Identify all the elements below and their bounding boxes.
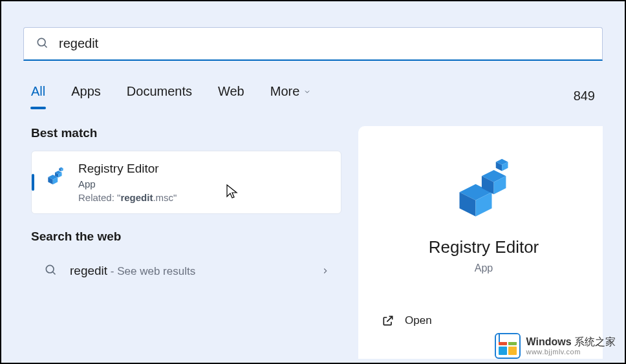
search-icon (44, 263, 57, 279)
result-count: 849 (574, 89, 595, 103)
result-title: Registry Editor (78, 162, 177, 176)
tab-documents[interactable]: Documents (127, 84, 192, 108)
web-query: regedit - See web results (70, 264, 195, 278)
mouse-cursor-icon (226, 184, 239, 199)
search-input[interactable] (59, 36, 590, 51)
tab-more[interactable]: More (270, 84, 312, 108)
chevron-down-icon (303, 88, 311, 96)
svg-point-0 (38, 38, 45, 46)
tab-more-label: More (270, 84, 300, 99)
search-icon (36, 36, 49, 52)
selection-indicator (32, 174, 34, 191)
svg-line-12 (53, 272, 56, 275)
search-web-heading: Search the web (31, 230, 341, 244)
result-related: Related: "regedit.msc" (78, 192, 177, 203)
windows-logo-icon (495, 333, 521, 359)
watermark-line2: www.bjjmlv.com (526, 348, 616, 356)
panel-subtitle: App (378, 262, 590, 274)
best-match-heading: Best match (31, 126, 341, 140)
filter-tabs: All Apps Documents Web More 849 (23, 84, 603, 108)
registry-cubes-icon (45, 162, 67, 190)
panel-title: Registry Editor (378, 237, 590, 257)
tab-apps[interactable]: Apps (71, 84, 101, 108)
tab-all[interactable]: All (31, 84, 45, 108)
tab-web[interactable]: Web (218, 84, 244, 108)
web-result-row[interactable]: regedit - See web results (31, 254, 341, 288)
open-action[interactable]: Open (378, 309, 590, 327)
open-label: Open (405, 314, 432, 327)
svg-point-11 (46, 265, 54, 273)
best-match-result[interactable]: Registry Editor App Related: "regedit.ms… (31, 151, 341, 214)
result-type: App (78, 178, 177, 189)
chevron-right-icon (321, 266, 330, 275)
search-bar[interactable] (23, 27, 603, 61)
svg-line-1 (45, 45, 47, 47)
registry-cubes-icon (451, 156, 516, 223)
watermark-line1: Windows 系统之家 (526, 336, 616, 348)
external-link-icon (382, 314, 394, 327)
details-panel: Registry Editor App Open (358, 126, 603, 359)
watermark: Windows 系统之家 www.bjjmlv.com (495, 333, 616, 359)
